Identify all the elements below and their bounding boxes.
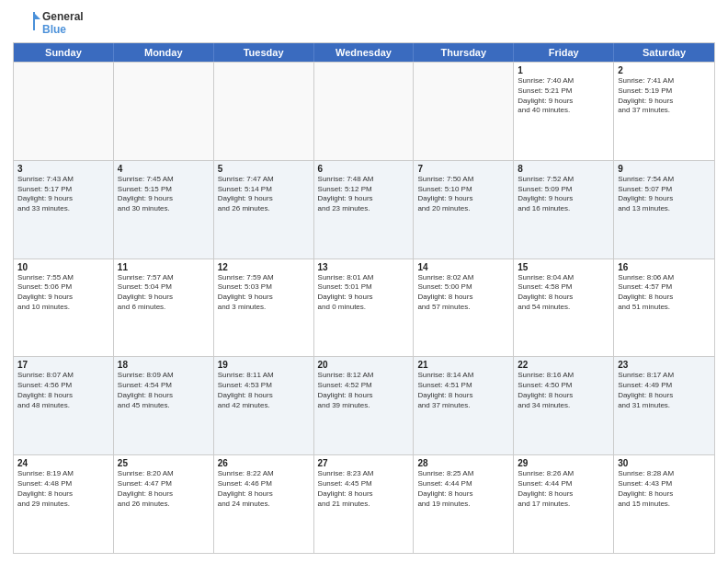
day-info-16: Sunrise: 8:06 AM Sunset: 4:57 PM Dayligh… [618,273,711,313]
day-info-24: Sunrise: 8:19 AM Sunset: 4:48 PM Dayligh… [17,469,109,509]
day-cell-8: 8Sunrise: 7:52 AM Sunset: 5:09 PM Daylig… [514,161,614,259]
day-number-9: 9 [618,164,711,174]
day-info-11: Sunrise: 7:57 AM Sunset: 5:04 PM Dayligh… [118,273,210,313]
day-number-22: 22 [518,360,609,370]
day-info-1: Sunrise: 7:40 AM Sunset: 5:21 PM Dayligh… [518,76,609,116]
day-info-30: Sunrise: 8:28 AM Sunset: 4:43 PM Dayligh… [618,469,711,509]
day-info-8: Sunrise: 7:52 AM Sunset: 5:09 PM Dayligh… [518,175,609,214]
day-info-17: Sunrise: 8:07 AM Sunset: 4:56 PM Dayligh… [17,371,109,410]
day-number-23: 23 [618,360,711,370]
day-info-28: Sunrise: 8:25 AM Sunset: 4:44 PM Dayligh… [417,469,509,509]
day-info-26: Sunrise: 8:22 AM Sunset: 4:46 PM Dayligh… [218,469,310,509]
logo-blue: Blue [42,23,84,36]
day-info-3: Sunrise: 7:43 AM Sunset: 5:17 PM Dayligh… [17,175,109,214]
day-number-1: 1 [518,65,609,75]
calendar-week-4: 17Sunrise: 8:07 AM Sunset: 4:56 PM Dayli… [14,356,714,454]
day-cell-21: 21Sunrise: 8:14 AM Sunset: 4:51 PM Dayli… [414,357,514,454]
day-number-10: 10 [17,262,109,272]
day-cell-12: 12Sunrise: 7:59 AM Sunset: 5:03 PM Dayli… [214,259,314,357]
day-info-5: Sunrise: 7:47 AM Sunset: 5:14 PM Dayligh… [218,175,310,214]
calendar-body: 1Sunrise: 7:40 AM Sunset: 5:21 PM Daylig… [14,62,714,553]
day-info-18: Sunrise: 8:09 AM Sunset: 4:54 PM Dayligh… [118,371,210,410]
day-cell-20: 20Sunrise: 8:12 AM Sunset: 4:52 PM Dayli… [314,357,415,454]
day-number-17: 17 [17,360,109,370]
svg-rect-2 [33,12,35,30]
day-info-27: Sunrise: 8:23 AM Sunset: 4:45 PM Dayligh… [318,469,410,509]
day-cell-24: 24Sunrise: 8:19 AM Sunset: 4:48 PM Dayli… [14,455,114,553]
day-info-9: Sunrise: 7:54 AM Sunset: 5:07 PM Dayligh… [618,175,711,214]
day-cell-26: 26Sunrise: 8:22 AM Sunset: 4:46 PM Dayli… [214,455,314,553]
day-cell-17: 17Sunrise: 8:07 AM Sunset: 4:56 PM Dayli… [14,357,114,454]
day-info-15: Sunrise: 8:04 AM Sunset: 4:58 PM Dayligh… [518,273,609,313]
day-info-10: Sunrise: 7:55 AM Sunset: 5:06 PM Dayligh… [17,273,109,313]
day-info-20: Sunrise: 8:12 AM Sunset: 4:52 PM Dayligh… [318,371,410,410]
day-cell-14: 14Sunrise: 8:02 AM Sunset: 5:00 PM Dayli… [414,259,514,357]
day-info-2: Sunrise: 7:41 AM Sunset: 5:19 PM Dayligh… [618,76,711,116]
calendar-week-1: 1Sunrise: 7:40 AM Sunset: 5:21 PM Daylig… [14,62,714,160]
day-number-27: 27 [318,458,410,468]
day-info-7: Sunrise: 7:50 AM Sunset: 5:10 PM Dayligh… [417,175,509,214]
day-cell-15: 15Sunrise: 8:04 AM Sunset: 4:58 PM Dayli… [514,259,614,357]
header-day-saturday: Saturday [614,43,714,62]
day-number-8: 8 [518,164,609,174]
day-cell-27: 27Sunrise: 8:23 AM Sunset: 4:45 PM Dayli… [314,455,415,553]
day-number-25: 25 [118,458,210,468]
day-number-29: 29 [518,458,609,468]
day-cell-22: 22Sunrise: 8:16 AM Sunset: 4:50 PM Dayli… [514,357,614,454]
day-cell-13: 13Sunrise: 8:01 AM Sunset: 5:01 PM Dayli… [314,259,415,357]
day-cell-25: 25Sunrise: 8:20 AM Sunset: 4:47 PM Dayli… [114,455,214,553]
day-cell-29: 29Sunrise: 8:26 AM Sunset: 4:44 PM Dayli… [514,455,614,553]
day-info-14: Sunrise: 8:02 AM Sunset: 5:00 PM Dayligh… [417,273,509,313]
day-number-19: 19 [218,360,310,370]
day-info-6: Sunrise: 7:48 AM Sunset: 5:12 PM Dayligh… [318,175,410,214]
day-number-15: 15 [518,262,609,272]
day-info-21: Sunrise: 8:14 AM Sunset: 4:51 PM Dayligh… [417,371,509,410]
day-cell-19: 19Sunrise: 8:11 AM Sunset: 4:53 PM Dayli… [214,357,314,454]
day-number-14: 14 [417,262,509,272]
day-number-21: 21 [417,360,509,370]
day-cell-2: 2Sunrise: 7:41 AM Sunset: 5:19 PM Daylig… [614,63,714,160]
day-info-22: Sunrise: 8:16 AM Sunset: 4:50 PM Dayligh… [518,371,609,410]
day-number-28: 28 [417,458,509,468]
day-number-3: 3 [17,164,109,174]
day-info-12: Sunrise: 7:59 AM Sunset: 5:03 PM Dayligh… [218,273,310,313]
day-cell-7: 7Sunrise: 7:50 AM Sunset: 5:10 PM Daylig… [414,161,514,259]
logo: General Blue [13,9,84,37]
day-number-11: 11 [118,262,210,272]
day-info-29: Sunrise: 8:26 AM Sunset: 4:44 PM Dayligh… [518,469,609,509]
day-cell-1: 1Sunrise: 7:40 AM Sunset: 5:21 PM Daylig… [514,63,614,160]
calendar-week-2: 3Sunrise: 7:43 AM Sunset: 5:17 PM Daylig… [14,160,714,259]
day-number-6: 6 [318,164,410,174]
day-number-5: 5 [218,164,310,174]
calendar-header: SundayMondayTuesdayWednesdayThursdayFrid… [14,43,714,62]
header-day-thursday: Thursday [414,43,514,62]
day-cell-4: 4Sunrise: 7:45 AM Sunset: 5:15 PM Daylig… [114,161,214,259]
calendar-week-5: 24Sunrise: 8:19 AM Sunset: 4:48 PM Dayli… [14,454,714,553]
day-info-13: Sunrise: 8:01 AM Sunset: 5:01 PM Dayligh… [318,273,410,313]
header: General Blue [13,9,715,37]
logo-svg [13,9,40,37]
header-day-tuesday: Tuesday [214,43,314,62]
calendar-week-3: 10Sunrise: 7:55 AM Sunset: 5:06 PM Dayli… [14,259,714,357]
day-number-7: 7 [417,164,509,174]
day-info-23: Sunrise: 8:17 AM Sunset: 4:49 PM Dayligh… [618,371,711,410]
day-number-4: 4 [118,164,210,174]
day-number-18: 18 [118,360,210,370]
header-day-sunday: Sunday [14,43,114,62]
day-cell-16: 16Sunrise: 8:06 AM Sunset: 4:57 PM Dayli… [614,259,714,357]
day-info-4: Sunrise: 7:45 AM Sunset: 5:15 PM Dayligh… [118,175,210,214]
day-cell-28: 28Sunrise: 8:25 AM Sunset: 4:44 PM Dayli… [414,455,514,553]
day-number-24: 24 [17,458,109,468]
day-cell-23: 23Sunrise: 8:17 AM Sunset: 4:49 PM Dayli… [614,357,714,454]
day-number-16: 16 [618,262,711,272]
day-number-30: 30 [618,458,711,468]
empty-cell-0-3 [314,63,415,160]
header-day-friday: Friday [514,43,614,62]
day-info-25: Sunrise: 8:20 AM Sunset: 4:47 PM Dayligh… [118,469,210,509]
day-cell-11: 11Sunrise: 7:57 AM Sunset: 5:04 PM Dayli… [114,259,214,357]
page: General Blue SundayMondayTuesdayWednesda… [0,0,728,563]
day-info-19: Sunrise: 8:11 AM Sunset: 4:53 PM Dayligh… [218,371,310,410]
day-cell-18: 18Sunrise: 8:09 AM Sunset: 4:54 PM Dayli… [114,357,214,454]
day-cell-10: 10Sunrise: 7:55 AM Sunset: 5:06 PM Dayli… [14,259,114,357]
empty-cell-0-0 [14,63,114,160]
